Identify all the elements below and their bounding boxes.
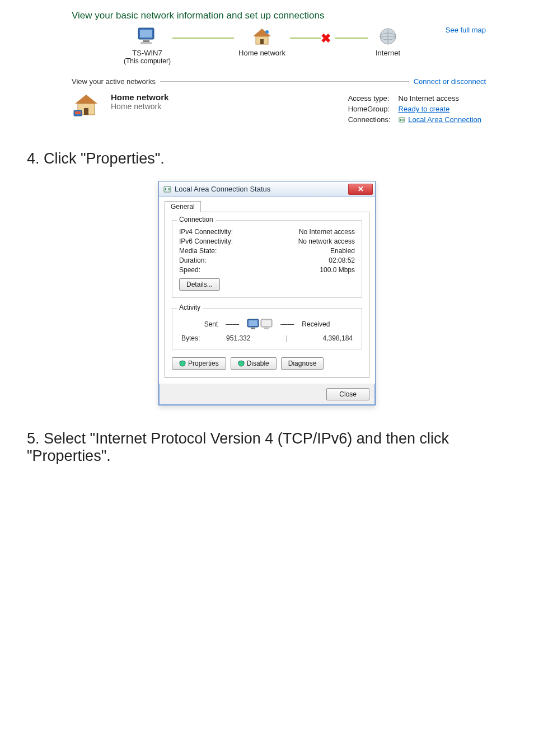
section-view-active-networks: View your active networks Connect or dis… (72, 77, 486, 86)
svg-point-7 (265, 30, 269, 34)
node-home-network: Home network (228, 27, 296, 57)
svg-rect-17 (402, 119, 404, 121)
monitor-sent-icon (247, 319, 259, 330)
computer-icon (136, 27, 158, 46)
close-dialog-button[interactable]: Close (326, 388, 369, 400)
home-network-icon (72, 92, 101, 117)
svg-rect-14 (75, 111, 81, 114)
connection-link[interactable]: Local Area Connection (408, 115, 481, 124)
svg-rect-6 (260, 39, 264, 44)
group-connection-legend: Connection (177, 216, 216, 223)
step-5-text: 5. Select "Internet Protocol Version 4 (… (27, 430, 507, 465)
network-type: Home network (111, 102, 168, 111)
bytes-sent-value: 951,332 (226, 334, 250, 342)
ethernet-icon (399, 116, 405, 123)
network-details: Access type: No Internet access HomeGrou… (344, 92, 486, 125)
svg-rect-15 (399, 118, 405, 122)
step-4-text: 4. Click "Properties". (27, 150, 507, 167)
network-name[interactable]: Home network (111, 92, 168, 102)
node-internet-label: Internet (354, 49, 421, 57)
duration-label: Duration: (179, 256, 207, 264)
svg-rect-25 (262, 320, 271, 326)
globe-icon (377, 27, 399, 46)
ipv4-label: IPv4 Connectivity: (179, 228, 233, 236)
dash-icon: —— (226, 320, 239, 328)
media-state-label: Media State: (179, 247, 217, 255)
divider (160, 81, 409, 82)
speed-value: 100.0 Mbps (320, 266, 355, 274)
connections-label: Connections: (345, 115, 394, 124)
group-activity-legend: Activity (177, 304, 203, 311)
access-type-label: Access type: (345, 94, 394, 103)
node-this-label: TS-WIN7 (100, 49, 195, 57)
ethernet-icon (163, 185, 171, 193)
media-state-value: Enabled (330, 247, 355, 255)
bytes-label: Bytes: (181, 334, 200, 342)
dash-icon: —— (280, 320, 294, 328)
svg-rect-3 (140, 42, 152, 44)
received-label: Received (302, 320, 330, 328)
shield-icon (179, 360, 186, 367)
svg-rect-18 (164, 186, 171, 192)
section-label: View your active networks (72, 77, 156, 86)
house-icon (251, 27, 273, 46)
homegroup-link[interactable]: Ready to create (399, 105, 450, 113)
node-this-computer: TS-WIN7 (This computer) (100, 27, 195, 65)
connect-disconnect-link[interactable]: Connect or disconnect (414, 77, 486, 86)
network-map: See full map TS-WIN7 (This computer) (72, 25, 486, 75)
svg-rect-26 (264, 328, 269, 329)
svg-rect-22 (249, 320, 257, 326)
sent-label: Sent (204, 320, 218, 328)
shield-icon (238, 360, 245, 367)
node-home-label: Home network (228, 49, 296, 57)
disable-button[interactable]: Disable (231, 357, 277, 370)
ipv6-value: No network access (298, 237, 355, 245)
ipv4-value: No Internet access (299, 228, 355, 236)
details-button[interactable]: Details... (179, 278, 220, 291)
svg-rect-1 (140, 30, 152, 38)
properties-button[interactable]: Properties (172, 357, 226, 370)
nsc-title: View your basic network information and … (72, 10, 486, 21)
access-type-value: No Internet access (395, 94, 485, 103)
duration-value: 02:08:52 (329, 256, 355, 264)
svg-rect-2 (143, 40, 149, 42)
disable-button-label: Disable (247, 360, 269, 367)
bytes-recv-value: 4,398,184 (323, 334, 353, 342)
ipv6-label: IPv6 Connectivity: (179, 237, 233, 245)
see-full-map-link[interactable]: See full map (446, 26, 486, 34)
svg-rect-19 (165, 188, 166, 190)
dialog-title: Local Area Connection Status (175, 185, 345, 193)
node-this-sublabel: (This computer) (100, 57, 195, 65)
connection-line (290, 38, 321, 39)
svg-rect-12 (84, 108, 88, 115)
svg-rect-16 (400, 119, 401, 121)
diagnose-button[interactable]: Diagnose (281, 357, 324, 370)
divider: | (285, 334, 287, 342)
tab-general[interactable]: General (165, 201, 201, 212)
network-sharing-center: View your basic network information and … (72, 10, 486, 125)
close-button[interactable]: ✕ (348, 184, 373, 195)
properties-button-label: Properties (188, 360, 219, 367)
svg-rect-23 (251, 328, 255, 329)
connection-status-dialog: Local Area Connection Status ✕ General C… (158, 181, 376, 405)
connection-line (172, 38, 234, 39)
speed-label: Speed: (179, 266, 200, 274)
connection-error-icon: ✖ (321, 31, 331, 46)
svg-rect-20 (168, 188, 170, 190)
svg-marker-10 (75, 95, 97, 104)
homegroup-label: HomeGroup: (345, 104, 394, 114)
home-network-block: Home network Home network (111, 92, 168, 111)
node-internet: Internet (354, 27, 421, 57)
monitor-recv-icon (260, 319, 273, 330)
